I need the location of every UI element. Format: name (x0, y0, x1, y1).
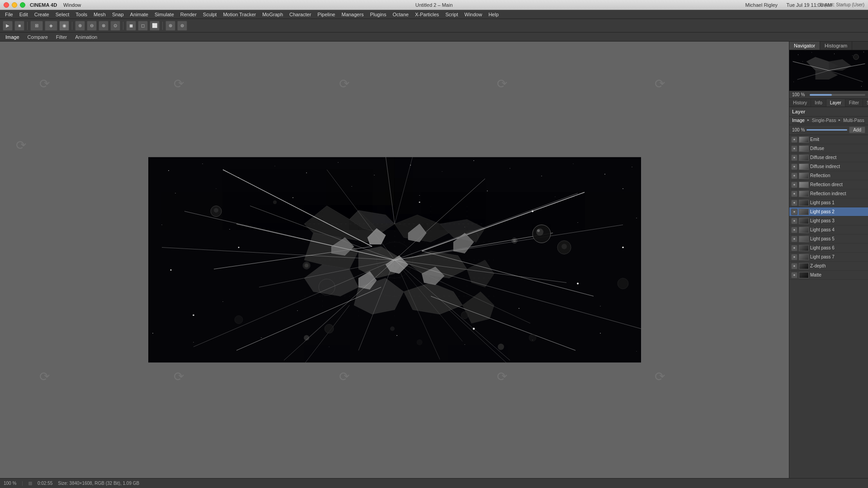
menu-item-file[interactable]: File (2, 11, 16, 18)
menu-item-plugins[interactable]: Plugins (367, 11, 389, 18)
layer-item-z-depth[interactable]: ●Z-depth (789, 262, 868, 271)
traffic-lights[interactable] (4, 2, 25, 8)
menu-item-window[interactable]: Window (461, 11, 485, 18)
menu-item-script[interactable]: Script (442, 11, 461, 18)
toolbar-btn-stop[interactable]: ■ (14, 21, 24, 31)
toolbar-btn-5[interactable]: ⊖ (87, 21, 97, 31)
layer-item-reflection-direct[interactable]: ●Reflection direct (789, 180, 868, 189)
tab-stereo[interactable]: Stereo (863, 99, 868, 107)
toolbar-btn-11[interactable]: ⊛ (165, 21, 175, 31)
tab-navigator[interactable]: Navigator (789, 42, 820, 50)
layer-sub-tabs: Image ▸ Single-Pass ▸ Multi-Pass (792, 118, 865, 123)
navigator-preview (789, 50, 868, 91)
tab-histogram[interactable]: Histogram (820, 42, 852, 50)
layer-visibility-toggle[interactable]: ● (791, 209, 797, 215)
layer-visibility-toggle[interactable]: ● (791, 164, 797, 170)
layer-visibility-toggle[interactable]: ● (791, 200, 797, 206)
menu-item-mograph[interactable]: MoGraph (259, 11, 286, 18)
menu-item-pipeline[interactable]: Pipeline (314, 11, 338, 18)
layer-name-label: Diffuse direct (810, 155, 866, 160)
layer-visibility-toggle[interactable]: ● (791, 263, 797, 269)
toolbar-btn-10[interactable]: ⬜ (150, 21, 160, 31)
toolbar-btn-7[interactable]: ⊙ (110, 21, 120, 31)
sub-menu-item-image[interactable]: Image (3, 34, 22, 40)
layer-item-light-pass-3[interactable]: ●Light pass 3 (789, 216, 868, 225)
menu-item-render[interactable]: Render (177, 11, 200, 18)
layer-sub-tab-multi-pass[interactable]: Multi-Pass (843, 118, 864, 123)
menu-item-tools[interactable]: Tools (72, 11, 90, 18)
tab-filter[interactable]: Filter (845, 99, 863, 107)
layer-item-light-pass-2[interactable]: ●Light pass 2 (789, 207, 868, 216)
menu-item-mesh[interactable]: Mesh (90, 11, 109, 18)
svg-point-60 (273, 201, 277, 204)
sub-menu-item-animation[interactable]: Animation (72, 34, 100, 40)
layer-item-light-pass-5[interactable]: ●Light pass 5 (789, 235, 868, 244)
layer-item-reflection[interactable]: ●Reflection (789, 171, 868, 180)
window-menu[interactable]: Window (61, 1, 84, 9)
close-button[interactable] (4, 2, 9, 8)
toolbar-btn-6[interactable]: ⊗ (99, 21, 108, 31)
layer-visibility-toggle[interactable]: ● (791, 245, 797, 251)
svg-point-42 (519, 308, 519, 309)
menu-item-x-particles[interactable]: X-Particles (412, 11, 442, 18)
toolbar-btn-2[interactable]: ◈ (45, 21, 57, 31)
blend-mode-button[interactable]: Add (849, 127, 865, 133)
layer-item-emit[interactable]: ●Emit (789, 135, 868, 144)
menu-item-managers[interactable]: Managers (338, 11, 367, 18)
layer-visibility-toggle[interactable]: ● (791, 145, 797, 152)
layer-sub-tab-single-pass[interactable]: Single-Pass (812, 118, 836, 123)
toolbar-btn-1[interactable]: ⊞ (30, 21, 43, 31)
minimize-button[interactable] (12, 2, 17, 8)
toolbar-btn-12[interactable]: ⊜ (177, 21, 187, 31)
svg-point-23 (623, 188, 623, 189)
layer-visibility-toggle[interactable]: ● (791, 191, 797, 197)
layer-item-light-pass-1[interactable]: ●Light pass 1 (789, 198, 868, 207)
layer-name-label: Light pass 4 (810, 227, 866, 232)
layer-visibility-toggle[interactable]: ● (791, 254, 797, 260)
layer-visibility-toggle[interactable]: ● (791, 155, 797, 161)
layer-visibility-toggle[interactable]: ● (791, 173, 797, 179)
zoom-slider[interactable] (810, 94, 865, 96)
menu-item-help[interactable]: Help (485, 11, 502, 18)
layer-item-diffuse-direct[interactable]: ●Diffuse direct (789, 153, 868, 162)
layer-sub-tab-image[interactable]: Image (792, 118, 805, 123)
layer-visibility-toggle[interactable]: ● (791, 227, 797, 233)
layer-visibility-toggle[interactable]: ● (791, 218, 797, 224)
toolbar-btn-3[interactable]: ◉ (59, 21, 69, 31)
menu-item-animate[interactable]: Animate (127, 11, 151, 18)
layer-visibility-toggle[interactable]: ● (791, 182, 797, 188)
toolbar-btn-8[interactable]: ◼ (126, 21, 136, 31)
tab-info[interactable]: Info (811, 99, 826, 107)
sub-menu-item-compare[interactable]: Compare (25, 34, 51, 40)
menu-item-edit[interactable]: Edit (16, 11, 31, 18)
layer-visibility-toggle[interactable]: ● (791, 236, 797, 242)
layer-item-reflection-indirect[interactable]: ●Reflection indirect (789, 189, 868, 198)
menu-item-octane[interactable]: Octane (389, 11, 411, 18)
svg-point-144 (863, 52, 864, 52)
menu-item-motion-tracker[interactable]: Motion Tracker (220, 11, 259, 18)
opacity-slider[interactable] (807, 129, 847, 131)
layer-item-matte[interactable]: ●Matte (789, 271, 868, 280)
toolbar-btn-4[interactable]: ⊕ (75, 21, 85, 31)
maximize-button[interactable] (20, 2, 25, 8)
layer-item-light-pass-7[interactable]: ●Light pass 7 (789, 253, 868, 262)
toolbar-btn-render[interactable]: ▶ (3, 21, 13, 31)
menu-item-select[interactable]: Select (52, 11, 73, 18)
menu-item-character[interactable]: Character (286, 11, 314, 18)
layer-item-light-pass-6[interactable]: ●Light pass 6 (789, 244, 868, 253)
menu-item-sculpt[interactable]: Sculpt (200, 11, 220, 18)
toolbar-btn-9[interactable]: ◻ (138, 21, 148, 31)
menu-item-simulate[interactable]: Simulate (151, 11, 177, 18)
layer-item-light-pass-4[interactable]: ●Light pass 4 (789, 225, 868, 235)
layer-item-diffuse[interactable]: ●Diffuse (789, 144, 868, 153)
menu-item-create[interactable]: Create (31, 11, 52, 18)
tab-history[interactable]: History (789, 99, 811, 107)
tab-layer[interactable]: Layer (826, 99, 845, 107)
layer-visibility-toggle[interactable]: ● (791, 136, 797, 143)
status-bar: 100 % | 0:02:55 Size: 3840×1608, RGB (32… (0, 478, 868, 488)
layer-visibility-toggle[interactable]: ● (791, 272, 797, 278)
layer-item-diffuse-indirect[interactable]: ●Diffuse indirect (789, 162, 868, 171)
menu-item-snap[interactable]: Snap (109, 11, 127, 18)
sub-menu-item-filter[interactable]: Filter (53, 34, 70, 40)
svg-point-11 (509, 168, 510, 169)
